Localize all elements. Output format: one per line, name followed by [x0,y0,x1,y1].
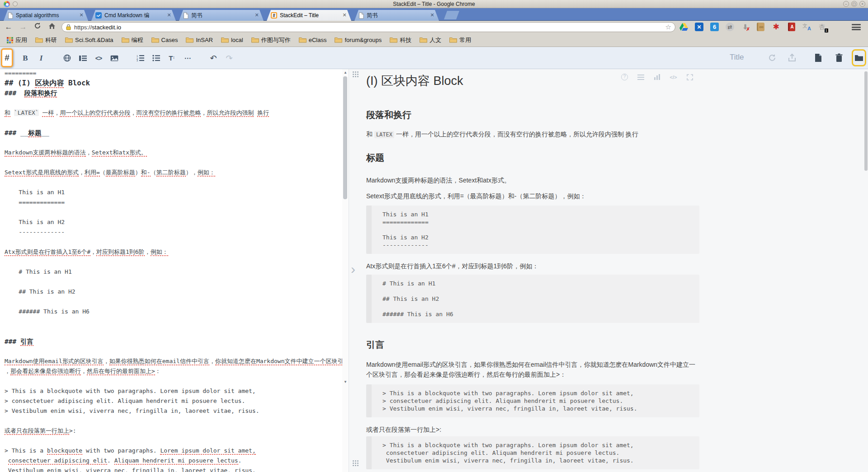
preview-p: Atx形式则是在行首插入1至6个#，对应到标题1到6阶，例如： [366,261,699,271]
bookmark-folder[interactable]: 编程 [118,35,146,46]
blue-bird-extension-icon[interactable]: 6 [710,22,719,32]
ordered-list-icon[interactable]: 123 [135,51,146,65]
bookmark-folder[interactable]: Cases [148,35,181,45]
blockquote-icon[interactable] [77,51,88,65]
close-button[interactable]: × [859,1,865,7]
blue-x-extension-icon[interactable]: ✕ [694,22,704,32]
bottom-drag-handle-icon[interactable] [353,460,359,466]
folder-icon [122,37,129,43]
editor-line: This is an H1 [5,187,65,197]
bookmark-label: Cases [161,37,178,43]
editor-scrollbar[interactable]: ▲ ▼ [342,69,349,472]
markdown-editor[interactable]: =========## (I) 区块内容 Block### 段落和换行和 `LA… [0,69,342,472]
italic-icon[interactable]: I [36,51,47,65]
link-icon[interactable] [61,51,72,65]
image-icon[interactable] [109,51,120,65]
document-icon[interactable] [812,51,825,64]
bookmark-folder[interactable]: 常用 [446,35,474,46]
drive-extension-icon[interactable] [679,22,689,32]
preview-scrollbar-thumb[interactable] [864,71,868,171]
undo-icon[interactable]: ↶ [208,51,219,65]
sync-circle-extension-icon[interactable]: ⇄ [725,22,735,32]
bookmark-label: Sci.Soft.&Data [75,37,113,43]
editor-line: Markdown支援两种标题的语法，Setext和atx形式。 [5,148,147,158]
stackedit-icon: # [271,12,277,19]
share-icon[interactable] [786,51,798,64]
editor-line: Setext形式是用底线的形式，利用=（最高阶标题）和-（第二阶标题），例如： [5,168,215,178]
editor-line: ### 段落和换行 [5,88,57,98]
maximize-button[interactable]: ▢ [851,1,857,7]
bookmark-folder[interactable]: forum&groups [331,35,385,45]
more-icon[interactable]: ⋯ [182,51,193,65]
tab-2[interactable]: 简书✕ [179,10,264,21]
tab-close-icon[interactable]: ✕ [254,12,260,19]
editor-line: ========= [5,69,36,78]
reload-button[interactable] [32,22,43,33]
divider-drag-handle-icon[interactable] [353,71,359,77]
editor-line: ## (I) 区块内容 Block [5,78,90,88]
folder-icon [390,37,397,43]
tab-close-icon[interactable]: ✕ [429,12,435,19]
bold-icon[interactable]: B [20,51,31,65]
preview-pre: This is an H1 ============= This is an H… [366,206,699,254]
bookmark-star-icon[interactable]: ☆ [665,23,671,31]
site-lock-icon[interactable] [66,24,71,31]
download-manager-extension-icon[interactable]: ⬇✗ [741,22,750,32]
stackedit-toolbar: # BI<>123T↕⋯↶↷ Title [0,47,868,69]
bookmark-folder[interactable]: 科技 [387,35,415,46]
minimize-button[interactable]: – [843,1,849,7]
page-icon [183,12,189,19]
address-bar[interactable]: https://stackedit.io ☆ [61,22,675,32]
editor-line: 或者只在段落第一行加上>: [5,426,76,436]
stackedit-logo[interactable]: # [1,48,13,67]
tab-4[interactable]: 简书✕ [354,10,439,21]
dictionary-extension-icon[interactable]: A [787,22,796,32]
bookmark-folder[interactable]: local [218,35,246,45]
tab-active[interactable]: #StackEdit – Title✕ [267,10,351,21]
heading-icon[interactable]: T↕ [166,51,177,65]
editor-line: > Vestibulum enim wisi, viverra nec, fri… [5,406,259,416]
editor-line: 和 `LATEX` 一样，用一个以上的空行代表分段，而没有空行的换行被忽略，所以… [5,108,269,118]
hanzi-extension-icon[interactable]: 杏1 [817,22,827,32]
code-icon[interactable]: <> [93,51,104,65]
svg-text:3: 3 [137,59,138,61]
back-button[interactable]: ← [3,22,14,33]
editor-line: ### 引言 [5,336,33,346]
translate-extension-icon[interactable]: 文A [802,22,811,32]
tab-1[interactable]: Cmd Markdown 编✕ [91,10,176,21]
folder-button[interactable] [852,49,866,66]
bookmark-folder[interactable]: Sci.Soft.&Data [62,35,117,45]
sync-icon[interactable] [766,51,778,64]
chrome-menu-button[interactable] [851,23,862,31]
tab-close-icon[interactable]: ✕ [78,12,85,19]
notebook-extension-icon[interactable]: oo [756,22,765,32]
tab-close-icon[interactable]: ✕ [166,12,172,19]
document-title-input[interactable]: Title [730,53,744,62]
unordered-list-icon[interactable] [151,51,161,65]
red-seal-extension-icon[interactable]: ✱ [771,22,781,32]
preview-p: 和 LATEX 一样，用一个以上的空行代表分段，而没有空行的换行被忽略，所以允许… [366,129,699,140]
trash-icon[interactable] [833,51,845,64]
new-tab-button[interactable] [444,11,459,19]
editor-line: Markdown使用email形式的区块引言，如果你很熟悉如何在email信件中… [5,356,342,366]
editor-line: ，那会看起来像是你强迫断行，然后在每行的最前面加上>： [5,366,161,376]
forward-button[interactable]: → [17,22,29,33]
scroll-up-icon[interactable]: ▲ [343,70,348,75]
url-text[interactable]: https://stackedit.io [74,24,665,31]
tab-close-icon[interactable]: ✕ [341,12,348,19]
redo-icon[interactable]: ↷ [224,51,235,65]
cmd-markdown-icon [95,12,102,19]
tab-label: Spatial algorithms [16,12,75,19]
collapse-editor-chevron-icon[interactable]: › [351,262,355,276]
bookmark-folder[interactable]: 人文 [416,35,444,46]
bookmark-folder[interactable]: 科研 [32,35,60,46]
editor-line: > consectetuer adipiscing elit. Aliquam … [5,396,245,406]
bookmark-folder[interactable]: eClass [296,35,330,45]
editor-scrollbar-thumb[interactable] [343,76,347,199]
bookmark-folder[interactable]: InSAR [183,35,216,45]
bookmark-folder[interactable]: 作图与写作 [248,35,294,46]
home-button[interactable] [46,22,58,33]
tab-0[interactable]: Spatial algorithms✕ [4,10,88,21]
scroll-down-icon[interactable]: ▼ [343,380,348,384]
bookmark-apps[interactable]: 应用 [4,35,30,46]
